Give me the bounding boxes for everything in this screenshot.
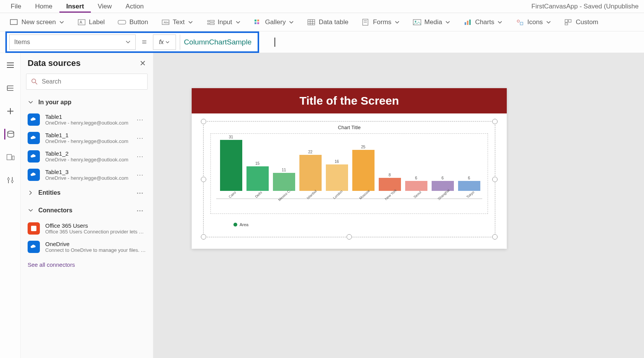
resize-handle[interactable]	[201, 234, 206, 240]
icons-button[interactable]: Icons	[511, 16, 556, 28]
svg-point-36	[8, 131, 14, 133]
data-table-button[interactable]: Data table	[302, 16, 353, 28]
connector-item[interactable]: Office 365 UsersOffice 365 Users Connect…	[21, 219, 153, 238]
more-icon[interactable]: ⋯	[134, 152, 146, 161]
bar-category-label: Delhi	[255, 190, 264, 200]
section-connectors[interactable]: Connectors ⋯	[21, 202, 153, 219]
button-button[interactable]: Button	[113, 16, 153, 28]
search-box[interactable]	[26, 74, 148, 90]
chart-bar[interactable]: 6 Tokyo	[456, 176, 482, 199]
input-button[interactable]: Input	[202, 16, 245, 28]
datasource-item[interactable]: Table1_3OneDrive - henry.legge@outlook.c…	[21, 166, 153, 184]
data-sources-icon[interactable]	[4, 129, 15, 140]
new-screen-button[interactable]: New screen	[5, 16, 69, 28]
more-icon[interactable]: ⋯	[134, 189, 146, 197]
chart-legend[interactable]: Area	[233, 222, 488, 227]
label-button[interactable]: Label	[73, 16, 110, 28]
menu-view[interactable]: View	[91, 0, 119, 13]
search-input[interactable]	[42, 78, 143, 85]
add-icon[interactable]	[5, 106, 16, 117]
property-selector[interactable]: Items	[9, 34, 136, 50]
forms-icon	[361, 19, 370, 26]
more-icon[interactable]: ⋯	[134, 206, 146, 215]
gallery-icon	[254, 19, 262, 26]
tree-view-icon[interactable]	[5, 83, 16, 94]
menu-insert[interactable]: Insert	[59, 0, 91, 13]
datasource-item[interactable]: Table1OneDrive - henry.legge@outlook.com…	[21, 110, 153, 129]
resize-handle[interactable]	[347, 234, 352, 240]
resize-handle[interactable]	[492, 119, 498, 124]
media-icon	[413, 19, 421, 26]
section-in-your-app[interactable]: In your app	[21, 94, 153, 110]
bar-value-label: 22	[308, 150, 312, 154]
charts-button[interactable]: Charts	[459, 16, 507, 28]
bar-rect	[458, 181, 480, 191]
canvas-area[interactable]: Title of the Screen Chart Title 31 Cairo…	[153, 53, 644, 358]
screen-title-bar[interactable]: Title of the Screen	[192, 88, 507, 113]
more-icon[interactable]: ⋯	[134, 171, 146, 179]
onedrive-icon	[28, 169, 40, 181]
input-label: Input	[218, 18, 232, 26]
fx-button[interactable]: fx	[153, 34, 176, 50]
datasource-name: Table1_1	[45, 132, 129, 138]
formula-bar: Items = fx ColumnChartSample	[0, 31, 644, 53]
chart-bar[interactable]: 6 Shanghai	[429, 176, 456, 199]
media-button[interactable]: Media	[408, 16, 455, 28]
chart-bar[interactable]: 16 London	[324, 159, 350, 199]
section-entities[interactable]: Entities ⋯	[21, 184, 153, 202]
datasource-item[interactable]: Table1_2OneDrive - henry.legge@outlook.c…	[21, 147, 153, 166]
datasource-sub: OneDrive - henry.legge@outlook.com	[45, 157, 129, 163]
text-button[interactable]: Abc Text	[157, 16, 198, 28]
chart-control-selected[interactable]: Chart Title 31 Cairo15 Delhi11 Mexico C.…	[203, 121, 495, 237]
svg-rect-9	[255, 20, 256, 21]
chart-title[interactable]: Chart Title	[210, 125, 488, 130]
chart-bar[interactable]: 15 Delhi	[244, 161, 271, 199]
resize-handle[interactable]	[201, 177, 206, 182]
more-icon[interactable]: ⋯	[134, 134, 146, 142]
formula-highlight: Items = fx ColumnChartSample	[5, 31, 259, 53]
data-sources-panel: Data sources ✕ In your app Table1OneDriv…	[21, 53, 153, 358]
svg-rect-29	[568, 20, 571, 22]
gallery-button[interactable]: Gallery	[249, 16, 299, 28]
chevron-down-icon	[546, 20, 551, 25]
chart-bar[interactable]: 25 Moscow	[350, 145, 376, 199]
menu-file[interactable]: File	[4, 0, 28, 13]
app-screen[interactable]: Title of the Screen Chart Title 31 Cairo…	[192, 88, 507, 249]
formula-input[interactable]: ColumnChartSample	[180, 34, 255, 50]
connector-item[interactable]: OneDriveConnect to OneDrive to manage yo…	[21, 238, 153, 256]
custom-label: Custom	[576, 18, 598, 26]
see-all-connectors-link[interactable]: See all connectors	[21, 256, 153, 273]
legend-marker-icon	[233, 223, 237, 227]
custom-button[interactable]: Custom	[560, 16, 603, 28]
bar-category-label: Cairo	[228, 190, 237, 200]
chart-bar[interactable]: 22 Istanbul	[297, 150, 324, 199]
section-label: In your app	[38, 99, 71, 106]
close-icon[interactable]: ✕	[140, 59, 146, 68]
resize-handle[interactable]	[201, 119, 206, 124]
chart-bar[interactable]: 31 Cairo	[218, 135, 244, 199]
datasource-item[interactable]: Table1_1OneDrive - henry.legge@outlook.c…	[21, 129, 153, 147]
chart-bar[interactable]: 11 Mexico C...	[271, 168, 297, 199]
more-icon[interactable]: ⋯	[134, 115, 146, 124]
table-icon	[307, 19, 315, 26]
chart-plot-area[interactable]: 31 Cairo15 Delhi11 Mexico C...22 Istanbu…	[210, 133, 488, 214]
icons-label: Icons	[527, 18, 543, 26]
formula-value: ColumnChartSample	[184, 38, 251, 46]
chart-bar[interactable]: 6 Seoul	[403, 176, 429, 199]
chevron-right-icon	[28, 190, 34, 196]
hamburger-icon[interactable]	[5, 60, 16, 71]
media-rail-icon[interactable]	[5, 152, 16, 163]
svg-point-43	[32, 79, 36, 83]
advanced-tools-icon[interactable]	[5, 175, 16, 186]
svg-rect-0	[10, 20, 17, 25]
chart-bar[interactable]: 8 New York	[376, 173, 403, 199]
property-label: Items	[14, 38, 30, 46]
resize-handle[interactable]	[492, 234, 498, 240]
datasource-name: Table1_3	[45, 169, 129, 175]
menu-action[interactable]: Action	[119, 0, 151, 13]
bar-rect	[246, 166, 269, 191]
resize-handle[interactable]	[492, 177, 498, 182]
datasource-sub: OneDrive - henry.legge@outlook.com	[45, 120, 129, 126]
forms-button[interactable]: Forms	[357, 16, 404, 28]
menu-home[interactable]: Home	[28, 0, 59, 13]
